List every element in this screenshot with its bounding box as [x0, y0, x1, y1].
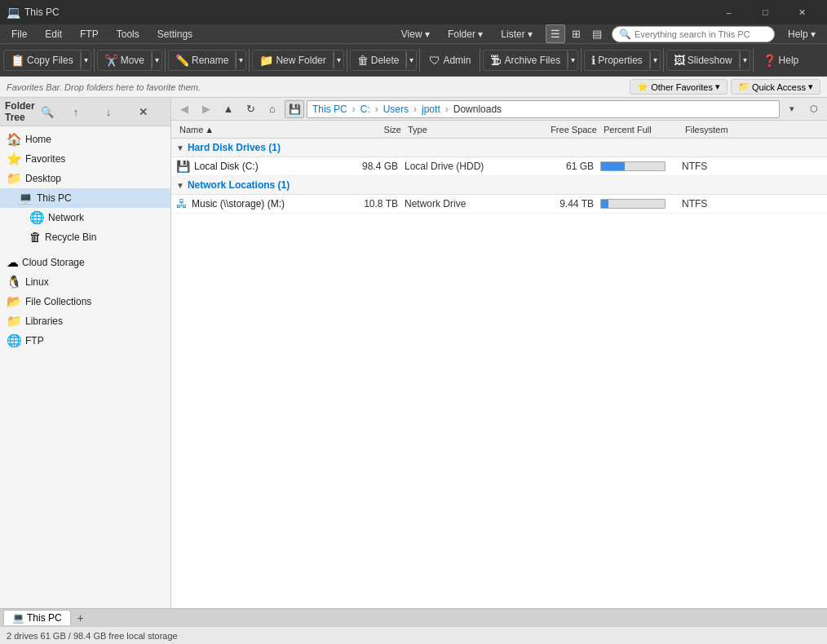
breadcrumb-jpott[interactable]: jpott [422, 104, 440, 115]
quick-access-button[interactable]: 📁 Quick Access ▾ [731, 79, 820, 95]
properties-dropdown-arrow[interactable]: ▾ [650, 52, 660, 68]
menu-help[interactable]: Help ▾ [780, 27, 824, 42]
search-icon: 🔍 [619, 29, 631, 40]
address-dropdown-button[interactable]: ▾ [782, 100, 802, 118]
menu-folder[interactable]: Folder ▾ [440, 27, 491, 42]
new-folder-dropdown-arrow[interactable]: ▾ [334, 52, 343, 68]
copy-dropdown-arrow[interactable]: ▾ [81, 52, 91, 68]
rename-dropdown-arrow[interactable]: ▾ [236, 52, 245, 68]
search-box[interactable]: 🔍 [612, 26, 775, 42]
breadcrumb-c[interactable]: C: [360, 104, 370, 115]
menu-bar: File Edit FTP Tools Settings View ▾ Fold… [0, 24, 827, 44]
file-list: ▼ Hard Disk Drives (1) 💾 Local Disk (C:)… [171, 139, 827, 608]
toolbar-separator-2 [165, 49, 166, 72]
table-row[interactable]: 💾 Local Disk (C:) 98.4 GB Local Drive (H… [171, 157, 827, 176]
tree-item-label: Favorites [25, 153, 65, 165]
tree-refresh-button[interactable]: ↓ [104, 105, 133, 119]
menu-tools[interactable]: Tools [108, 27, 148, 42]
tree-item-ftp[interactable]: 🌐 FTP [0, 331, 170, 351]
tab-bar: 💻 This PC + [0, 608, 827, 626]
nav-refresh-button[interactable]: ↻ [241, 100, 260, 118]
breadcrumb-users[interactable]: Users [383, 104, 409, 115]
search-input[interactable] [635, 29, 757, 39]
quick-access-arrow-icon: ▾ [808, 82, 813, 92]
tree-item-linux[interactable]: 🐧 Linux [0, 272, 170, 292]
minimize-button[interactable]: – [710, 0, 747, 24]
toolbar-separator-7 [581, 49, 582, 72]
rename-group: ✏️ Rename ▾ [168, 50, 246, 71]
drive-selector[interactable]: 💾 [285, 100, 304, 118]
tab-this-pc[interactable]: 💻 This PC [3, 610, 71, 625]
maximize-button[interactable]: □ [747, 0, 784, 24]
view-thumbnails-btn[interactable]: ⊞ [567, 24, 586, 43]
tree-search-button[interactable]: 🔍 [38, 105, 68, 119]
col-header-percent-full[interactable]: Percent Full [600, 123, 682, 136]
section-title-hdd: Hard Disk Drives (1) [188, 142, 281, 153]
other-favorites-button[interactable]: ⭐ Other Favorites ▾ [630, 79, 727, 95]
network-drive-size: 10.8 TB [339, 198, 405, 210]
properties-button[interactable]: ℹ Properties [585, 51, 650, 70]
menu-edit[interactable]: Edit [37, 27, 70, 42]
section-header-network[interactable]: ▼ Network Locations (1) [171, 176, 827, 195]
tree-up-button[interactable]: ↑ [71, 105, 100, 119]
tree-item-libraries[interactable]: 📁 Libraries [0, 311, 170, 331]
col-header-name[interactable]: Name ▲ [176, 123, 339, 136]
new-folder-button[interactable]: 📁 New Folder [253, 51, 333, 70]
tree-item-network[interactable]: 🌐 Network [0, 208, 170, 227]
col-header-type[interactable]: Type [405, 123, 535, 136]
col-header-size[interactable]: Size [339, 123, 405, 136]
tree-item-file-collections[interactable]: 📂 File Collections [0, 292, 170, 311]
tree-item-this-pc[interactable]: 💻 This PC [0, 188, 170, 208]
archive-button[interactable]: 🗜 Archive Files [484, 51, 568, 70]
status-text: 2 drives 61 GB / 98.4 GB free local stor… [7, 631, 178, 641]
nav-up-button[interactable]: ▲ [219, 100, 238, 118]
col-header-free-space[interactable]: Free Space [535, 123, 600, 136]
breadcrumb-current: Downloads [453, 104, 502, 115]
tree-item-label: File Collections [25, 296, 91, 307]
col-header-filesystem[interactable]: Filesystem [682, 123, 747, 136]
tree-item-desktop[interactable]: 📁 Desktop [0, 169, 170, 188]
view-details-btn[interactable]: ☰ [546, 24, 565, 43]
tree-item-recycle-bin[interactable]: 🗑 Recycle Bin [0, 227, 170, 246]
address-expand-button[interactable]: ⬡ [804, 100, 824, 118]
network-drive-name: Music (\\storage) (M:) [192, 198, 285, 210]
delete-dropdown-arrow[interactable]: ▾ [406, 52, 416, 68]
move-group: ✂️ Move ▾ [97, 50, 162, 71]
menu-file[interactable]: File [3, 27, 35, 42]
delete-button[interactable]: 🗑 Delete [351, 51, 407, 70]
menu-settings[interactable]: Settings [149, 27, 201, 42]
help-button[interactable]: ❓ Help [756, 51, 806, 70]
view-list-btn[interactable]: ▤ [587, 24, 607, 43]
folder-tree-panel: Folder Tree 🔍 ↑ ↓ ✕ 🏠 Home ⭐ Favorites 📁… [0, 98, 171, 608]
move-dropdown-arrow[interactable]: ▾ [152, 52, 161, 68]
tree-item-favorites[interactable]: ⭐ Favorites [0, 149, 170, 169]
toolbar-separator-3 [249, 49, 250, 72]
breadcrumb-sep-4: › [445, 104, 449, 115]
new-tab-button[interactable]: + [73, 611, 89, 625]
tree-item-cloud-storage[interactable]: ☁ Cloud Storage [0, 253, 170, 272]
tree-close-button[interactable]: ✕ [136, 105, 166, 119]
move-button[interactable]: ✂️ Move [98, 51, 152, 70]
tree-item-label: FTP [25, 335, 44, 346]
slideshow-dropdown-arrow[interactable]: ▾ [740, 52, 750, 68]
copy-files-button[interactable]: 📋 Copy Files [4, 51, 81, 70]
menu-lister[interactable]: Lister ▾ [493, 27, 541, 42]
menu-view[interactable]: View ▾ [393, 27, 438, 42]
menu-ftp[interactable]: FTP [72, 27, 107, 42]
section-header-hdd[interactable]: ▼ Hard Disk Drives (1) [171, 139, 827, 157]
nav-home-button[interactable]: ⌂ [263, 100, 282, 118]
local-disk-fs: NTFS [682, 161, 747, 172]
address-input[interactable]: This PC › C: › Users › jpott › Downloads [307, 100, 780, 118]
rename-button[interactable]: ✏️ Rename [169, 51, 236, 70]
breadcrumb-thispc[interactable]: This PC [312, 104, 347, 115]
table-row[interactable]: 🖧 Music (\\storage) (M:) 10.8 TB Network… [171, 195, 827, 214]
close-button[interactable]: ✕ [784, 0, 820, 24]
slideshow-button[interactable]: 🖼 Slideshow [667, 51, 740, 70]
admin-button[interactable]: 🛡 Admin [422, 51, 477, 70]
tree-item-home[interactable]: 🏠 Home [0, 130, 170, 149]
local-disk-progress-fill [601, 162, 625, 170]
toolbar-separator-4 [347, 49, 347, 72]
network-icon: 🌐 [29, 210, 45, 225]
tree-item-label: This PC [37, 192, 72, 204]
archive-dropdown-arrow[interactable]: ▾ [568, 52, 577, 68]
